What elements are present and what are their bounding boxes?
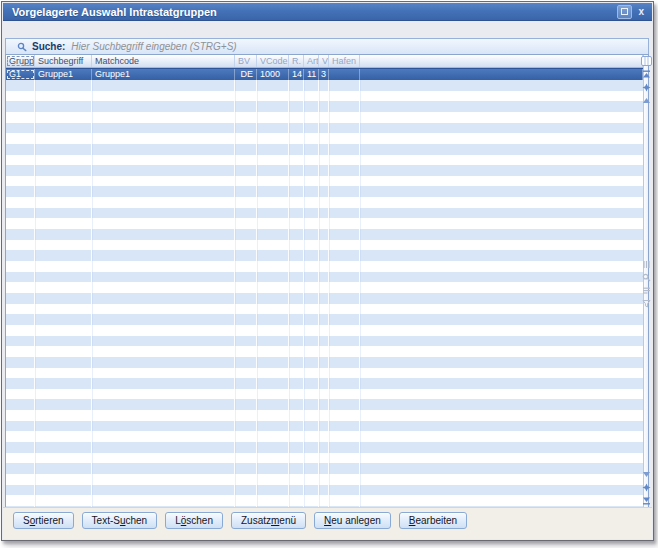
close-window-button[interactable]: x bbox=[636, 6, 646, 18]
jump-up-icon[interactable] bbox=[641, 82, 652, 92]
sortieren-button[interactable]: Sortieren bbox=[13, 512, 74, 529]
window-title: Vorgelagerte Auswahl Intrastatgruppen bbox=[3, 6, 217, 18]
search-icon bbox=[17, 42, 27, 52]
restore-window-button[interactable] bbox=[617, 5, 632, 19]
selected-row-cell-art[interactable]: 11 bbox=[304, 69, 319, 80]
selected-row-cell-filler[interactable] bbox=[360, 69, 643, 80]
intrastat-groups-table: GruppeSuchbegriffMatchcodeBVVCodeR.ArtVH… bbox=[5, 54, 649, 508]
column-separator bbox=[328, 80, 329, 507]
jump-down-icon[interactable] bbox=[641, 482, 652, 492]
dialog-window: Vorgelagerte Auswahl Intrastatgruppen x … bbox=[1, 1, 654, 541]
zusatzmenue-button[interactable]: Zusatzmenü bbox=[231, 512, 306, 529]
column-header-v[interactable]: V bbox=[319, 55, 329, 67]
column-separator bbox=[256, 80, 257, 507]
column-header-art[interactable]: Art bbox=[304, 55, 319, 67]
step-up-icon[interactable] bbox=[641, 95, 652, 105]
selected-row-cell-r[interactable]: 14 bbox=[289, 69, 304, 80]
filter-tool-icon[interactable] bbox=[641, 298, 652, 308]
column-separator bbox=[34, 80, 35, 507]
restore-icon bbox=[621, 8, 628, 15]
column-separator bbox=[91, 80, 92, 507]
table-header: GruppeSuchbegriffMatchcodeBVVCodeR.ArtVH… bbox=[6, 55, 643, 68]
column-header-suchbegriff[interactable]: Suchbegriff bbox=[35, 55, 92, 67]
search-label: Suche: bbox=[32, 41, 65, 52]
column-separator bbox=[288, 80, 289, 507]
window-controls: x bbox=[617, 5, 652, 19]
column-header-matchcode[interactable]: Matchcode bbox=[92, 55, 235, 67]
search-placeholder: Hier Suchbegriff eingeben (STRG+S) bbox=[71, 41, 648, 52]
step-down-icon[interactable] bbox=[641, 469, 652, 479]
selected-row-cell-bv[interactable]: DE bbox=[235, 69, 257, 80]
column-separator bbox=[318, 80, 319, 507]
rows-tool-icon[interactable] bbox=[641, 285, 652, 295]
selected-row-cell-v[interactable]: 3 bbox=[319, 69, 329, 80]
column-header-bv[interactable]: BV bbox=[235, 55, 257, 67]
search-input[interactable]: Suche: Hier Suchbegriff eingeben (STRG+S… bbox=[5, 38, 649, 55]
selected-row[interactable]: G1Gruppe1Gruppe1DE100014113 bbox=[6, 68, 643, 80]
selected-row-cell-hafen[interactable] bbox=[329, 69, 360, 80]
neu-anlegen-button[interactable]: Neu anlegen bbox=[314, 512, 391, 529]
scroll-to-bottom-icon[interactable] bbox=[641, 495, 652, 505]
column-header-hafen[interactable]: Hafen bbox=[329, 55, 360, 67]
loeschen-button[interactable]: Löschen bbox=[165, 512, 223, 529]
selected-row-cell-gruppe[interactable]: G1 bbox=[6, 69, 35, 80]
table-body[interactable] bbox=[6, 80, 643, 507]
scroll-to-top-icon[interactable] bbox=[641, 69, 652, 79]
search-tool-icon[interactable] bbox=[641, 272, 652, 282]
table-scroll-strip bbox=[643, 55, 648, 507]
title-bar[interactable]: Vorgelagerte Auswahl Intrastatgruppen x bbox=[3, 3, 652, 21]
column-header-gruppe[interactable]: Gruppe bbox=[6, 55, 35, 67]
column-separator bbox=[359, 80, 360, 507]
bearbeiten-button[interactable]: Bearbeiten bbox=[399, 512, 467, 529]
table-grid: GruppeSuchbegriffMatchcodeBVVCodeR.ArtVH… bbox=[6, 55, 643, 507]
column-header-r[interactable]: R. bbox=[289, 55, 304, 67]
text-suchen-button[interactable]: Text-Suchen bbox=[82, 512, 158, 529]
selected-row-cell-suchbegriff[interactable]: Gruppe1 bbox=[35, 69, 92, 80]
column-header-filler bbox=[360, 55, 643, 67]
selected-row-cell-matchcode[interactable]: Gruppe1 bbox=[92, 69, 235, 80]
column-chooser-icon[interactable] bbox=[641, 56, 652, 66]
column-separator bbox=[303, 80, 304, 507]
column-separator bbox=[234, 80, 235, 507]
action-button-bar: SortierenText-SuchenLöschenZusatzmenüNeu… bbox=[13, 510, 467, 530]
column-header-vcode[interactable]: VCode bbox=[257, 55, 289, 67]
columns-tool-icon[interactable] bbox=[641, 259, 652, 269]
selected-row-cell-vcode[interactable]: 1000 bbox=[257, 69, 289, 80]
